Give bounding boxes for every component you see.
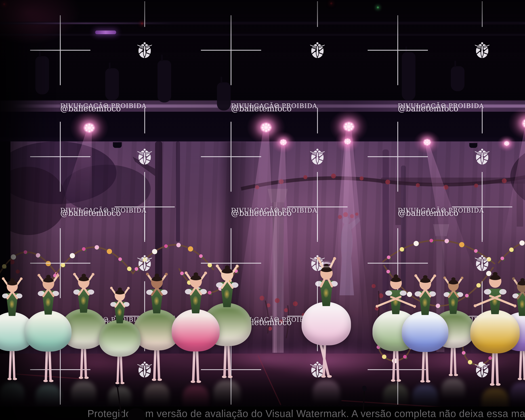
d-foot bbox=[391, 379, 395, 382]
garland-flower bbox=[24, 250, 27, 254]
garland-flower bbox=[46, 261, 51, 266]
d-foot bbox=[397, 379, 401, 382]
d-sleeve bbox=[484, 289, 491, 295]
d-foot bbox=[228, 376, 233, 378]
garland-flower bbox=[400, 247, 404, 252]
watermark-tick-line bbox=[317, 108, 318, 133]
d-foot bbox=[490, 383, 495, 386]
garland-flower bbox=[501, 257, 504, 260]
d-foot bbox=[43, 380, 48, 382]
watermark-line2: @balletemfoco bbox=[231, 104, 291, 113]
d-foot bbox=[8, 378, 12, 380]
tutu-skirt bbox=[402, 311, 449, 352]
watermark-tick-line bbox=[144, 1, 145, 27]
watermark-line2: @balletemfoco bbox=[398, 104, 458, 113]
d-foot bbox=[321, 375, 326, 378]
d-foot bbox=[222, 376, 227, 378]
hair-bun bbox=[423, 275, 427, 279]
garland-flower bbox=[386, 270, 390, 273]
ballet-em-foco-aperture-dancer-logo bbox=[135, 40, 155, 60]
d-foot bbox=[191, 380, 195, 383]
garland-flower bbox=[2, 264, 6, 269]
hair-bun bbox=[194, 272, 198, 276]
ballet-em-foco-aperture-dancer-logo bbox=[472, 147, 492, 166]
audience-head-silhouette bbox=[128, 408, 145, 420]
ballet-em-foco-aperture-dancer-logo bbox=[307, 40, 327, 60]
tutu-skirt bbox=[25, 311, 72, 352]
garland-flower bbox=[436, 304, 440, 308]
tutu-skirt bbox=[99, 320, 141, 357]
garland-flower bbox=[407, 292, 412, 297]
d-foot bbox=[79, 376, 83, 379]
watermark-line2: @balletemfoco bbox=[60, 104, 121, 113]
tutu-skirt bbox=[301, 302, 351, 345]
d-foot bbox=[121, 382, 124, 384]
hair-bun bbox=[82, 274, 86, 277]
watermark-tick-line bbox=[482, 214, 482, 240]
head bbox=[114, 290, 125, 301]
watermark-tick-line bbox=[482, 108, 482, 133]
garland-flower bbox=[207, 263, 212, 267]
d-sleeve bbox=[499, 289, 506, 295]
hair-bun bbox=[520, 278, 525, 282]
ballet-em-foco-aperture-dancer-logo bbox=[472, 360, 492, 379]
hair-bun bbox=[394, 274, 398, 278]
d-foot bbox=[115, 382, 119, 384]
d-sleeve bbox=[385, 290, 392, 296]
garland-flower bbox=[465, 294, 469, 297]
hair-bun bbox=[46, 275, 51, 278]
d-foot bbox=[152, 379, 156, 381]
garland-flower bbox=[127, 267, 131, 271]
ballet-em-foco-aperture-dancer-logo bbox=[472, 253, 492, 273]
watermark-tick-line bbox=[317, 214, 318, 240]
garland-flower bbox=[387, 255, 390, 259]
garland-flower bbox=[82, 247, 85, 251]
head bbox=[448, 280, 459, 291]
hair-bun bbox=[493, 272, 497, 276]
watermark-tick-line bbox=[317, 1, 318, 27]
garland-flower bbox=[176, 243, 181, 247]
hair-bun bbox=[451, 277, 456, 281]
garland-flower bbox=[476, 283, 481, 288]
hair-bun bbox=[118, 288, 122, 291]
d-foot bbox=[327, 375, 332, 378]
garland-flower bbox=[11, 254, 16, 260]
watermark-line2: @balletemfoco bbox=[60, 208, 121, 218]
garland-flower bbox=[188, 246, 193, 252]
garland-flower bbox=[382, 355, 386, 359]
garland-flower bbox=[430, 239, 433, 242]
garland-flower bbox=[95, 245, 99, 250]
hair-bun bbox=[155, 274, 159, 277]
tutu-skirt bbox=[470, 310, 520, 353]
ballet-stage-photo: DIVULGAÇÃO PROIBIDA@balletemfocoDIVULGAÇ… bbox=[0, 0, 525, 420]
garland-flower bbox=[468, 360, 472, 364]
watermark-line2: @balletemfoco bbox=[231, 208, 291, 218]
garland-flower bbox=[70, 253, 75, 258]
d-foot bbox=[49, 380, 53, 382]
ballet-em-foco-aperture-dancer-logo bbox=[135, 360, 155, 379]
garland-flower bbox=[403, 355, 407, 358]
garland-flower bbox=[488, 356, 492, 360]
garland-flower bbox=[413, 241, 419, 246]
d-foot bbox=[518, 378, 522, 380]
ballet-em-foco-aperture-dancer-logo bbox=[135, 147, 155, 166]
watermark-line2: @balletemfoco bbox=[398, 208, 458, 218]
ballet-em-foco-aperture-dancer-logo bbox=[307, 147, 327, 166]
d-foot bbox=[426, 380, 430, 383]
hair-bun bbox=[225, 265, 230, 269]
watermark-trial-notice: Protegido com versão de avaliação do Vis… bbox=[0, 408, 525, 420]
garland-flower bbox=[199, 254, 203, 258]
garland-flower bbox=[180, 271, 184, 275]
garland-flower bbox=[118, 257, 122, 261]
d-foot bbox=[13, 378, 17, 380]
watermark-tick-line bbox=[482, 1, 482, 27]
garland-flower bbox=[208, 291, 211, 294]
ballet-em-foco-aperture-dancer-logo bbox=[472, 40, 492, 60]
garland-flower bbox=[459, 242, 464, 247]
d-foot bbox=[197, 380, 201, 383]
d-sleeve bbox=[400, 290, 407, 296]
d-foot bbox=[420, 380, 425, 383]
d-foot bbox=[496, 383, 501, 386]
garland-flower bbox=[519, 240, 525, 246]
garland-flower bbox=[474, 249, 478, 253]
